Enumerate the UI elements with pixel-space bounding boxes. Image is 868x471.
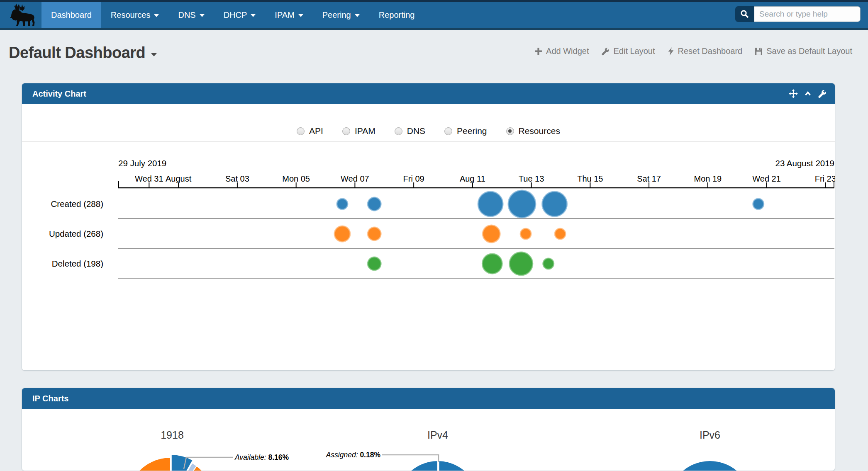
- navbar-bottom-border: [0, 28, 868, 30]
- filter-label: Peering: [457, 126, 487, 136]
- chevron-down-icon: [251, 14, 256, 17]
- activity-bubble-deleted: [543, 258, 554, 269]
- axis-tick-label: Wed 07: [341, 174, 369, 183]
- search-button[interactable]: [735, 6, 754, 22]
- filter-radio-resources[interactable]: Resources: [506, 126, 560, 136]
- nav-item-dhcp[interactable]: DHCP: [214, 2, 266, 28]
- pie-slice: [127, 457, 215, 471]
- activity-bubble-created: [478, 192, 503, 216]
- activity-bubble-updated: [483, 225, 500, 243]
- row-label: Deleted (198): [52, 259, 103, 268]
- pie-chart-ipv6: IPv6: [668, 429, 752, 471]
- axis-tick-label: Fri 09: [403, 174, 424, 183]
- activity-bubble-created: [542, 192, 567, 216]
- range-end-label: 23 August 2019: [775, 158, 835, 168]
- activity-chart-body: APIIPAMDNSPeeringResources 29 July 20192…: [22, 104, 835, 371]
- ip-charts-body: 1918IPv4IPv6Available: 8.16%Assigned: 0.…: [22, 409, 835, 471]
- axis-tick-label: Wed 21: [752, 174, 781, 183]
- pie-chart-1918: 1918: [127, 429, 215, 471]
- action-label: Reset Dashboard: [678, 46, 743, 56]
- chevron-down-icon: [200, 14, 205, 17]
- svg-text:Available: 8.16%: Available: 8.16%: [234, 453, 289, 461]
- svg-text:Assigned: 0.18%: Assigned: 0.18%: [326, 451, 381, 459]
- callout-assigned: Assigned: 0.18%: [326, 451, 439, 462]
- filter-label: API: [309, 126, 323, 136]
- activity-bubble-created: [508, 190, 536, 218]
- edit-layout-button[interactable]: Edit Layout: [601, 46, 655, 56]
- filter-radio-peering[interactable]: Peering: [444, 126, 487, 136]
- nav-item-label: Peering: [322, 10, 351, 20]
- activity-panel-title: Activity Chart: [22, 89, 86, 99]
- filter-radio-ipam[interactable]: IPAM: [342, 126, 375, 136]
- filter-radio-api[interactable]: API: [297, 126, 323, 136]
- moose-logo-icon[interactable]: [0, 2, 41, 28]
- nav-item-label: DHCP: [224, 10, 247, 20]
- action-label: Save as Default Layout: [766, 46, 852, 56]
- add-widget-button[interactable]: Add Widget: [534, 46, 589, 56]
- radio-icon: [342, 127, 350, 135]
- wrench-icon: [601, 47, 610, 56]
- action-label: Edit Layout: [613, 46, 655, 56]
- nav-item-label: Reporting: [379, 10, 415, 20]
- axis-tick-label: Mon 05: [282, 174, 310, 183]
- pie-title: 1918: [161, 429, 184, 441]
- collapse-icon[interactable]: [804, 90, 812, 98]
- row-label: Created (288): [51, 199, 103, 209]
- chevron-down-icon: [154, 14, 159, 17]
- axis-tick-label: Aug 11: [460, 174, 485, 183]
- top-navbar: DashboardResourcesDNSDHCPIPAMPeeringRepo…: [0, 0, 868, 30]
- reset-dashboard-button[interactable]: Reset Dashboard: [668, 46, 743, 56]
- page-title: Default Dashboard: [9, 44, 145, 62]
- ip-pie-charts: 1918IPv4IPv6Available: 8.16%Assigned: 0.…: [22, 409, 835, 471]
- nav-item-resources[interactable]: Resources: [101, 2, 169, 28]
- nav-item-dns[interactable]: DNS: [168, 2, 214, 28]
- nav-item-dashboard[interactable]: Dashboard: [41, 2, 101, 28]
- activity-row-created: Created (288): [51, 190, 834, 219]
- nav-item-label: Resources: [111, 10, 151, 20]
- ip-panel-title: IP Charts: [22, 394, 68, 403]
- activity-bubble-created: [368, 197, 381, 211]
- radio-icon: [297, 127, 305, 135]
- pie-title: IPv6: [700, 429, 720, 441]
- save-icon: [755, 47, 763, 55]
- radio-icon: [395, 127, 402, 135]
- axis-tick-label: Fri 23: [815, 174, 835, 183]
- axis-tick-label: Sat 03: [225, 174, 249, 183]
- nav-item-reporting[interactable]: Reporting: [369, 2, 424, 28]
- axis-tick-label: Wed 31: [135, 174, 163, 183]
- move-icon[interactable]: [789, 89, 798, 98]
- time-axis: Wed 31AugustSat 03Mon 05Wed 07Fri 09Aug …: [118, 174, 835, 188]
- filter-radio-dns[interactable]: DNS: [395, 126, 425, 136]
- bolt-icon: [668, 47, 674, 56]
- plus-icon: [534, 47, 542, 55]
- activity-bubble-deleted: [368, 257, 381, 270]
- filter-label: DNS: [407, 126, 425, 136]
- activity-bubble-deleted: [482, 254, 502, 274]
- callout-available: Available: 8.16%: [184, 453, 289, 469]
- activity-panel-header: Activity Chart: [22, 83, 835, 104]
- activity-bubble-created: [753, 199, 764, 209]
- nav-item-peering[interactable]: Peering: [313, 2, 369, 28]
- activity-row-updated: Updated (268): [49, 225, 834, 248]
- activity-bubble-updated: [334, 226, 350, 242]
- dashboard-select-caret-icon[interactable]: [151, 53, 157, 56]
- row-label: Updated (268): [49, 229, 103, 238]
- dashboard-page: DashboardResourcesDNSDHCPIPAMPeeringRepo…: [0, 0, 868, 471]
- pie-slice: [668, 461, 752, 471]
- chevron-down-icon: [355, 14, 360, 17]
- range-start-label: 29 July 2019: [118, 158, 166, 168]
- axis-tick-label: August: [166, 174, 192, 183]
- activity-chart-panel: Activity Chart: [22, 83, 835, 371]
- filter-label: Resources: [519, 126, 560, 136]
- activity-bubble-chart: 29 July 201923 August 2019Wed 31AugustSa…: [22, 104, 835, 371]
- radio-icon: [444, 127, 452, 135]
- dashboard-toolbar: Add WidgetEdit LayoutReset DashboardSave…: [534, 46, 852, 56]
- activity-bubble-updated: [520, 228, 531, 239]
- axis-tick-label: Thu 15: [577, 174, 603, 183]
- save-as-default-layout-button[interactable]: Save as Default Layout: [755, 46, 852, 56]
- search-input[interactable]: [754, 6, 861, 22]
- settings-wrench-icon[interactable]: [818, 90, 827, 98]
- radio-icon: [506, 127, 514, 135]
- nav-item-ipam[interactable]: IPAM: [265, 2, 312, 28]
- nav-item-label: IPAM: [275, 10, 294, 20]
